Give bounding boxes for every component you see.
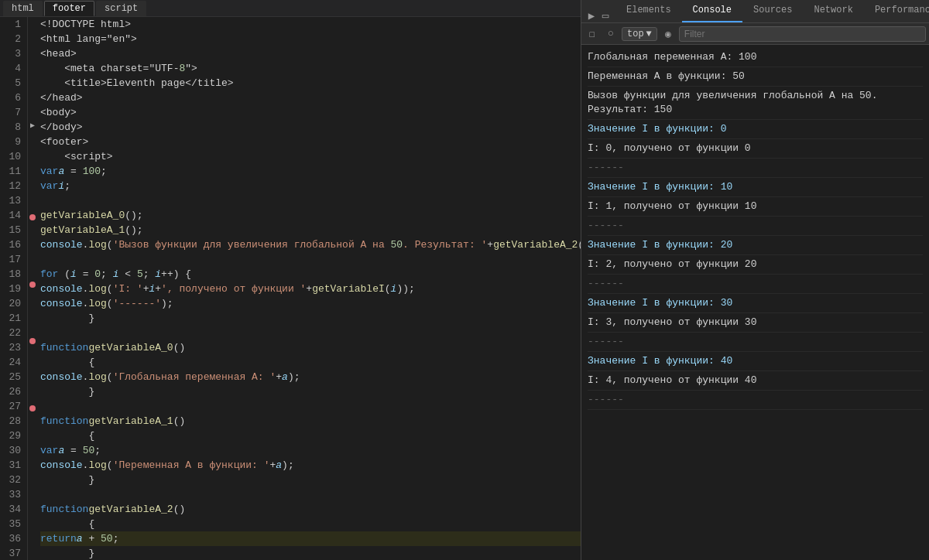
gutter-cell [28,62,37,73]
console-clear-icon[interactable]: ☐ [584,26,600,42]
line-number: 3 [6,46,21,61]
line-number: 29 [6,429,21,443]
tab-network[interactable]: Network [803,0,863,22]
console-eye-icon[interactable]: ◉ [660,26,676,42]
line-number: 35 [6,517,21,531]
gutter-cell[interactable] [28,279,37,291]
gutter-cell[interactable]: ▶ [28,118,37,133]
filter-input[interactable] [679,26,926,42]
console-block-icon[interactable]: ○ [603,26,619,42]
gutter-cell [28,84,37,96]
code-line: <head> [40,46,581,61]
line-number: 7 [6,105,21,120]
code-line: <footer> [40,135,581,149]
gutter-cell [28,290,37,302]
code-line [40,399,581,414]
line-number: 14 [6,208,21,223]
gutter-cell [28,107,37,118]
tab-performance[interactable]: Performance [864,0,929,22]
tab-elements[interactable]: Elements [615,0,682,22]
gutter-cell [28,538,37,549]
code-line: { [40,517,581,531]
gutter-cell [28,493,37,504]
line-number: 37 [6,546,21,560]
line-number: 32 [6,473,21,487]
line-number: 16 [6,237,21,252]
code-line: <html lang="en"> [40,32,581,46]
console-entry: Значение I в функции: 10 [588,178,923,197]
gutter-cell [28,369,37,381]
inspect-icon[interactable]: ▶ [584,9,598,22]
code-line: <body> [40,105,581,120]
code-line: { [40,429,581,443]
gutter-cell [28,436,37,448]
console-entry: Значение I в функции: 0 [588,120,923,139]
console-entry: ------ [588,159,923,178]
tab-script[interactable]: script [96,1,146,16]
console-entry: I: 1, получено от функции 10 [588,197,923,217]
code-line: console.log('Глобальная переменная А: '+… [40,370,581,384]
gutter-cell[interactable] [28,212,37,224]
gutter-cell [28,166,37,178]
code-line: for (i = 0; i < 5; i++) { [40,267,581,282]
console-entry: I: 3, получено от функции 30 [588,313,923,333]
console-output: Глобальная переменная А: 100Переменная А… [581,45,929,560]
devtools-tabs: ▶ ▭ Elements Console Sources Network Per… [581,0,929,23]
code-line [40,193,581,208]
line-number: 25 [6,370,21,384]
line-number: 26 [6,384,21,399]
code-line: <meta charset="UTF-8"> [40,61,581,76]
line-number: 34 [6,502,21,517]
gutter-cell [28,548,37,560]
gutter-cell [28,380,37,391]
code-line: return a + 50; [40,531,581,546]
gutter-cell [28,39,37,51]
breakpoint-dot [29,282,36,288]
code-line: <script> [40,149,581,164]
tab-console[interactable]: Console [682,0,742,22]
line-number: 13 [6,193,21,208]
console-entry: Переменная А в функции: 50 [588,67,923,87]
line-number: 4 [6,61,21,76]
top-selector[interactable]: top ▼ [622,27,657,41]
console-entry: ------ [588,275,923,294]
console-entry: ------ [588,333,923,352]
code-line: } [40,311,581,326]
code-line [40,252,581,267]
line-number: 24 [6,355,21,370]
gutter-cell [28,200,37,212]
tab-footer[interactable]: footer [44,1,94,16]
gutter-cell [28,470,37,482]
device-icon[interactable]: ▭ [598,9,612,22]
gutter-cell[interactable] [28,335,37,347]
line-number: 19 [6,282,21,296]
code-line: function getVariableA_0() [40,340,581,355]
code-container: 1234567891011121314151617181920212223242… [0,17,581,560]
console-entry: I: 2, получено от функции 20 [588,255,923,275]
code-line: console.log('Вызов функции для увеличени… [40,237,581,252]
gutter-cell [28,312,37,324]
console-entry: Значение I в функции: 40 [588,352,923,371]
line-number: 27 [6,399,21,414]
code-line: function getVariableA_1() [40,414,581,429]
code-line: function getVariableA_2() [40,502,581,517]
gutter-cell [28,234,37,246]
console-entry: I: 0, получено от функции 0 [588,139,923,159]
code-line: var i; [40,179,581,193]
code-line: console.log('------'); [40,296,581,311]
devtools-icons: ▶ ▭ [581,9,615,22]
gutter: ▶ [28,17,37,560]
gutter-cell [28,257,37,268]
code-line [40,326,581,340]
gutter-cell [28,29,37,40]
line-number: 21 [6,311,21,326]
tab-sources[interactable]: Sources [742,0,803,22]
line-number: 22 [6,326,21,340]
code-line: console.log('I: '+i+', получено от функц… [40,282,581,296]
line-number: 1 [6,17,21,32]
gutter-cell[interactable] [28,403,37,415]
code-line: getVariableA_0(); [40,208,581,223]
code-line [40,487,581,502]
line-number: 9 [6,135,21,149]
tab-html[interactable]: html [3,1,43,16]
